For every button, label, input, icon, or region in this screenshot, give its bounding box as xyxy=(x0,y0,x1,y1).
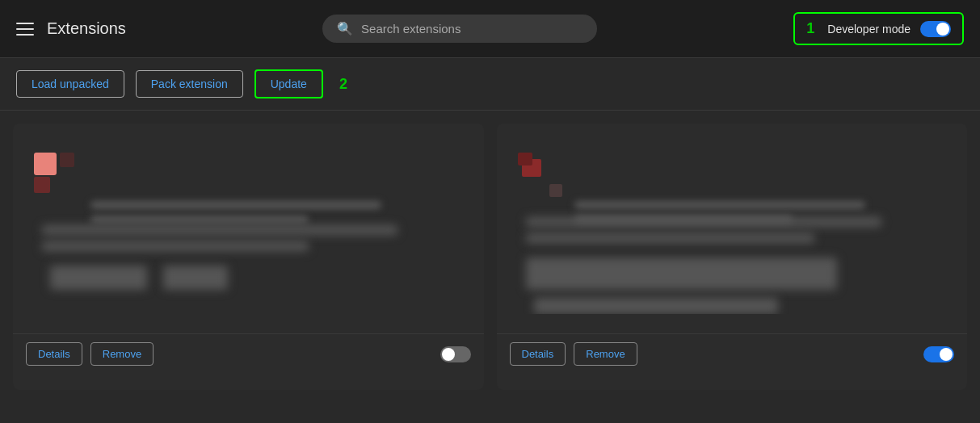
update-button[interactable]: Update xyxy=(254,69,323,98)
blur-block xyxy=(526,258,837,290)
ext-card-footer-1: Details Remove xyxy=(13,333,484,374)
ext-toggle-2[interactable] xyxy=(923,346,954,362)
blur-block xyxy=(534,298,779,314)
icon-dark-1 xyxy=(34,177,50,193)
ext-preview-1 xyxy=(26,136,471,314)
toggle-thumb xyxy=(936,23,949,36)
ext-icon-1 xyxy=(34,153,74,193)
blur-line xyxy=(90,216,309,224)
ext-card-body-1 xyxy=(13,124,484,333)
header-left: Extensions xyxy=(16,19,126,38)
search-icon: 🔍 xyxy=(337,21,353,36)
toggle-thumb xyxy=(940,348,953,361)
ext-toggle-1[interactable] xyxy=(440,346,471,362)
dev-mode-label: Developer mode xyxy=(827,23,911,36)
search-container: 🔍 xyxy=(126,15,793,43)
blur-block xyxy=(42,225,397,235)
icon-dark-3 xyxy=(549,184,562,197)
remove-button-1[interactable]: Remove xyxy=(90,342,154,366)
icon-pink xyxy=(34,153,57,175)
search-input[interactable] xyxy=(361,22,583,36)
extension-card-2: Details Remove xyxy=(497,124,968,390)
blur-block xyxy=(526,217,881,227)
main-content: Details Remove xyxy=(0,111,980,403)
ext-icon-2 xyxy=(518,153,562,197)
hamburger-icon[interactable] xyxy=(16,23,34,36)
toggle-thumb xyxy=(442,348,455,361)
developer-mode-toggle[interactable] xyxy=(920,21,951,37)
pack-extension-button[interactable]: Pack extension xyxy=(136,70,243,98)
ext-preview-2 xyxy=(510,136,955,314)
ext-card-body-2 xyxy=(497,124,968,333)
details-button-1[interactable]: Details xyxy=(26,342,82,366)
blur-block xyxy=(50,266,147,290)
header: Extensions 🔍 1 Developer mode xyxy=(0,0,980,58)
blur-block xyxy=(42,241,309,251)
blur-block xyxy=(526,233,815,243)
load-unpacked-button[interactable]: Load unpacked xyxy=(16,70,124,98)
badge-2: 2 xyxy=(339,76,347,93)
ext-card-footer-2: Details Remove xyxy=(497,333,968,374)
toolbar: Load unpacked Pack extension Update 2 xyxy=(0,58,980,111)
extension-card-1: Details Remove xyxy=(13,124,484,390)
details-button-2[interactable]: Details xyxy=(510,342,566,366)
blur-line xyxy=(90,201,381,209)
developer-mode-container: 1 Developer mode xyxy=(793,12,964,45)
blur-line xyxy=(574,201,865,209)
icon-red-2 xyxy=(518,153,532,165)
icon-dark-2 xyxy=(60,153,74,167)
search-box: 🔍 xyxy=(322,15,597,43)
badge-1: 1 xyxy=(806,20,814,37)
remove-button-2[interactable]: Remove xyxy=(574,342,637,366)
page-title: Extensions xyxy=(47,19,126,38)
blur-block xyxy=(163,266,228,290)
